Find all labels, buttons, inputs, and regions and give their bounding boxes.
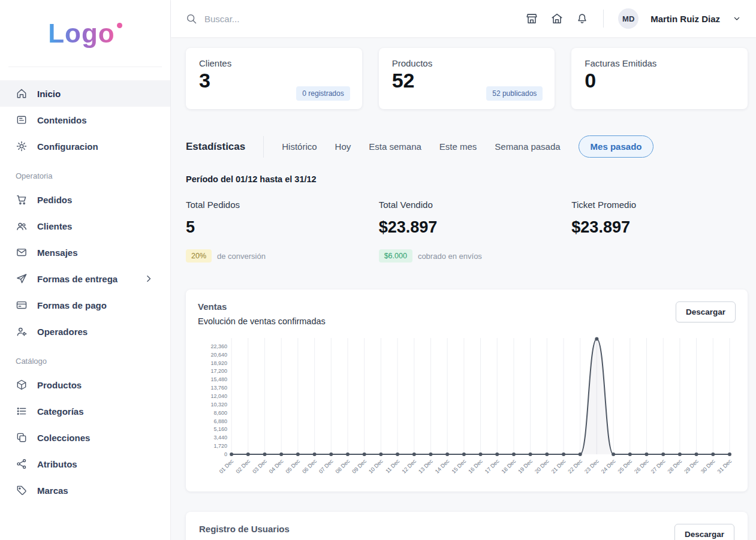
- sidebar-item-mensajes[interactable]: Mensajes: [0, 239, 170, 266]
- summary-cards-row: Clientes 3 0 registrados Productos 52 52…: [186, 48, 748, 109]
- search-box: [185, 13, 384, 25]
- sidebar-section-operatoria: Operatoria: [0, 171, 170, 180]
- package-icon: [16, 379, 28, 391]
- status-badge: 0 registrados: [296, 86, 350, 101]
- svg-text:18 Dec: 18 Dec: [501, 458, 517, 475]
- metric-label: Total Pedidos: [186, 200, 362, 210]
- svg-text:6,880: 6,880: [214, 418, 228, 424]
- sidebar-item-atributos[interactable]: Atributos: [0, 451, 170, 477]
- svg-text:02 Dec: 02 Dec: [234, 458, 251, 475]
- sidebar-item-formas-de-pago[interactable]: Formas de pago: [0, 292, 170, 318]
- svg-text:22 Dec: 22 Dec: [567, 458, 583, 475]
- metric-total-vendido: Total Vendido $23.897 $6.000 cobrado en …: [379, 200, 555, 263]
- tab-hoy[interactable]: Hoy: [335, 141, 351, 152]
- sidebar-item-contenidos[interactable]: Contenidos: [0, 107, 170, 133]
- metric-total-pedidos: Total Pedidos 5 20% de conversión: [186, 200, 362, 263]
- logo[interactable]: Logo: [8, 0, 162, 67]
- svg-text:25 Dec: 25 Dec: [617, 458, 634, 475]
- metric-label: Total Vendido: [379, 200, 555, 210]
- home-icon: [16, 88, 28, 99]
- svg-text:31 Dec: 31 Dec: [716, 458, 733, 475]
- download-users-button[interactable]: Descargar: [674, 524, 734, 540]
- sidebar-item-label: Clientes: [37, 221, 72, 231]
- chevron-down-icon[interactable]: [732, 14, 742, 23]
- badge-note: de conversión: [217, 252, 266, 261]
- users-registration-card: Registro de Usuarios Descargar: [186, 512, 748, 540]
- tab-historico[interactable]: Histórico: [282, 141, 317, 152]
- svg-text:05 Dec: 05 Dec: [285, 458, 302, 475]
- svg-text:29 Dec: 29 Dec: [683, 458, 700, 475]
- topbar-right: MD Martin Ruiz Diaz: [525, 8, 742, 29]
- delivery-icon: [16, 273, 28, 285]
- metric-value: $23.897: [571, 218, 748, 237]
- svg-text:28 Dec: 28 Dec: [667, 458, 683, 475]
- sidebar-item-label: Mensajes: [37, 248, 78, 258]
- tag-icon: [16, 484, 28, 496]
- avatar[interactable]: MD: [618, 8, 638, 29]
- sidebar-nav: Inicio Contenidos Configuracion Operator…: [0, 67, 170, 503]
- contents-icon: [16, 114, 28, 126]
- card-label: Facturas Emitidas: [585, 58, 734, 68]
- sidebar-item-configuracion[interactable]: Configuracion: [0, 133, 170, 159]
- mail-icon: [16, 246, 28, 258]
- storefront-icon[interactable]: [525, 12, 538, 25]
- svg-text:15 Dec: 15 Dec: [451, 458, 468, 475]
- tab-esta-semana[interactable]: Esta semana: [369, 141, 421, 152]
- svg-text:18,920: 18,920: [211, 360, 228, 366]
- user-name[interactable]: Martin Ruiz Diaz: [650, 14, 720, 24]
- statistics-title: Estadísticas: [186, 141, 245, 153]
- sidebar-item-label: Formas de pago: [37, 300, 107, 310]
- svg-text:20 Dec: 20 Dec: [534, 458, 550, 475]
- notifications-icon[interactable]: [576, 12, 589, 25]
- svg-text:15,480: 15,480: [211, 376, 228, 382]
- svg-text:22,360: 22,360: [211, 343, 228, 349]
- svg-text:12 Dec: 12 Dec: [400, 458, 417, 475]
- sidebar-item-formas-de-entrega[interactable]: Formas de entrega: [0, 266, 170, 292]
- sidebar-item-marcas[interactable]: Marcas: [0, 477, 170, 503]
- svg-text:17,200: 17,200: [211, 368, 228, 374]
- svg-text:10 Dec: 10 Dec: [368, 458, 384, 475]
- svg-text:24 Dec: 24 Dec: [600, 458, 617, 475]
- metric-label: Ticket Promedio: [571, 200, 748, 210]
- sidebar-item-inicio[interactable]: Inicio: [0, 80, 170, 107]
- shop-icon[interactable]: [550, 12, 564, 25]
- sidebar-item-label: Pedidos: [37, 195, 72, 205]
- sidebar-item-label: Inicio: [37, 89, 61, 99]
- sidebar-item-label: Productos: [37, 380, 82, 390]
- svg-text:08 Dec: 08 Dec: [335, 458, 351, 475]
- download-sales-button[interactable]: Descargar: [676, 301, 736, 322]
- svg-text:8,600: 8,600: [214, 410, 228, 416]
- tab-semana-pasada[interactable]: Semana pasada: [495, 141, 560, 152]
- credit-card-icon: [16, 299, 28, 311]
- metric-value: 5: [186, 218, 362, 237]
- search-input[interactable]: [204, 14, 384, 24]
- tab-mes-pasado[interactable]: Mes pasado: [579, 135, 654, 158]
- tab-este-mes[interactable]: Este mes: [439, 141, 477, 152]
- sidebar-item-colecciones[interactable]: Colecciones: [0, 424, 170, 451]
- svg-text:1,720: 1,720: [214, 443, 228, 449]
- svg-text:13 Dec: 13 Dec: [417, 458, 434, 475]
- sidebar-item-label: Configuracion: [37, 141, 98, 152]
- svg-text:19 Dec: 19 Dec: [517, 458, 534, 475]
- svg-text:12,040: 12,040: [211, 393, 228, 399]
- svg-text:23 Dec: 23 Dec: [583, 458, 600, 475]
- cart-icon: [16, 194, 28, 206]
- logo-text: Logo: [48, 19, 115, 49]
- sidebar-item-pedidos[interactable]: Pedidos: [0, 186, 170, 213]
- sidebar-item-categorias[interactable]: Categorías: [0, 398, 170, 424]
- sidebar: Logo Inicio Contenidos Configuracion Ope…: [0, 0, 171, 540]
- status-badge: 52 publicados: [486, 86, 543, 101]
- svg-text:13,760: 13,760: [211, 385, 228, 391]
- svg-text:17 Dec: 17 Dec: [484, 458, 501, 475]
- sidebar-item-operadores[interactable]: Operadores: [0, 318, 170, 345]
- card-value: 0: [585, 70, 734, 92]
- badge-note: cobrado en envíos: [418, 252, 482, 261]
- svg-text:03 Dec: 03 Dec: [251, 458, 268, 475]
- logo-dot-icon: [117, 23, 122, 28]
- summary-card-productos: Productos 52 52 publicados: [379, 48, 555, 109]
- svg-text:27 Dec: 27 Dec: [650, 458, 667, 475]
- sidebar-item-clientes[interactable]: Clientes: [0, 213, 170, 239]
- metric-badges: 20% de conversión: [186, 249, 362, 263]
- svg-text:06 Dec: 06 Dec: [301, 458, 318, 475]
- sidebar-item-productos[interactable]: Productos: [0, 372, 170, 398]
